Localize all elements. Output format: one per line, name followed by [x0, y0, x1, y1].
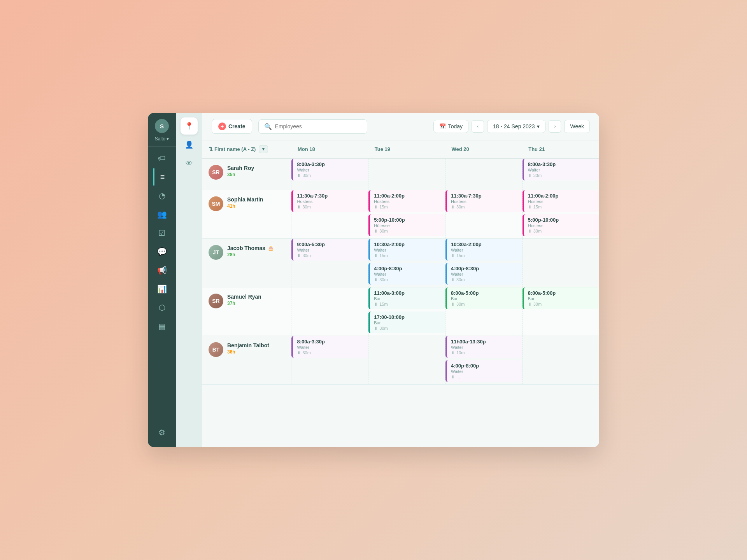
subnav-person[interactable]: 👤: [181, 136, 198, 153]
shift-time: 10:30a-2:00p: [374, 242, 441, 247]
employee-hours: 37h: [227, 301, 261, 306]
table-row: SR Samuel Ryan 37h 11:00a-3:00p: [202, 287, 599, 336]
shift-card[interactable]: 4:00p-8:00p Waiter ⏸ ...: [445, 360, 522, 382]
shift-time: 11:00a-2:00p: [374, 193, 441, 199]
shift-cell-tue: [368, 336, 445, 385]
shift-card[interactable]: 11:00a-2:00p Hostess ⏸ 15m: [368, 190, 445, 212]
shift-card[interactable]: 8:00a-3:30p Waiter ⏸ 30m: [291, 159, 368, 180]
shift-time: 11:30a-7:30p: [451, 193, 518, 199]
shift-cell-mon: 8:00a-3:30p Waiter ⏸ 30m: [291, 336, 368, 385]
shift-card[interactable]: 17:00-10:00p Bar ⏸ 30m: [368, 312, 445, 333]
birthday-icon: 🎂: [268, 245, 274, 251]
search-box[interactable]: 🔍: [258, 119, 367, 134]
shift-card[interactable]: 10:30a-2:00p Waiter ⏸ 15m: [445, 239, 522, 261]
break-icon: ⏸: [528, 229, 532, 233]
col-mon: Mon 18: [291, 140, 368, 158]
search-input[interactable]: [275, 123, 361, 130]
employee-details: Jacob Thomas 🎂 28h: [227, 245, 274, 257]
sidebar-item-billing[interactable]: ▤: [153, 318, 170, 335]
prev-week-button[interactable]: ‹: [472, 120, 484, 133]
sidebar-item-schedule[interactable]: ≡: [153, 168, 170, 186]
create-button[interactable]: + Create: [212, 119, 252, 134]
shift-card[interactable]: 8:00a-3:30p Waiter ⏸ 30m: [291, 336, 368, 358]
break-icon: ⏸: [297, 350, 301, 355]
shift-card[interactable]: 5:00p-10:00p Hostess ⏸ 30m: [523, 214, 599, 236]
break-icon: ⏸: [374, 253, 378, 258]
employee-cell: SR Sarah Roy 35h: [202, 158, 291, 190]
sort-dropdown[interactable]: ▾: [259, 145, 268, 153]
shift-card[interactable]: 11:00a-2:00p Hostess ⏸ 15m: [523, 190, 599, 212]
shift-card[interactable]: 10:30a-2:00p Waiter ⏸ 15m: [368, 239, 445, 261]
subnav-location[interactable]: 📍: [181, 117, 198, 135]
avatar: SM: [209, 196, 223, 211]
shift-card[interactable]: 8:00a-3:30p Waiter ⏸ 30m: [523, 159, 599, 180]
avatar: SR: [209, 165, 223, 180]
employee-hours: 41h: [227, 203, 263, 209]
shift-cell-thu: [522, 336, 599, 385]
toolbar: + Create 🔍 📅 Today ‹ 18 - 24 Sep 2023 ▾ …: [202, 113, 599, 140]
sidebar-item-reports[interactable]: 📊: [153, 280, 170, 298]
shift-role: Waiter: [374, 248, 441, 252]
shift-break: ⏸ 15m: [451, 253, 518, 258]
shift-role: Waiter: [297, 248, 364, 252]
shift-card[interactable]: 4:00p-8:30p Waiter ⏸ 30m: [445, 263, 522, 285]
next-week-button[interactable]: ›: [549, 120, 561, 133]
table-row: SR Sarah Roy 35h 8:00a-3:30p Waiter: [202, 158, 599, 190]
shift-role: Bar: [374, 296, 441, 301]
sidebar-item-clock[interactable]: ◔: [153, 187, 170, 204]
break-icon: ⏸: [374, 326, 378, 331]
shift-role: Hostess: [451, 199, 518, 204]
sidebar-logo[interactable]: S: [155, 119, 169, 133]
shift-cell-mon: [291, 287, 368, 336]
shift-card[interactable]: 11:30a-7:30p Hostess ⏸ 30m: [291, 190, 368, 212]
shift-cell-thu: 11:00a-2:00p Hostess ⏸ 15m 5:00p-10:00p …: [522, 190, 599, 239]
shift-card[interactable]: 11:30a-7:30p Hostess ⏸ 30m: [445, 190, 522, 212]
shift-card[interactable]: 11h30a-13:30p Waiter ⏸ 10m: [445, 336, 522, 358]
shift-card[interactable]: 4:00p-8:30p Waiter ⏸ 30m: [368, 263, 445, 285]
employee-hours: 28h: [227, 252, 274, 257]
sidebar-item-users[interactable]: 👥: [153, 206, 170, 223]
shift-cell-wed: 8:00a-5:00p Bar ⏸ 30m: [445, 287, 522, 336]
shift-role: Hostess: [297, 199, 364, 204]
break-icon: ⏸: [451, 302, 455, 306]
sort-button[interactable]: ⇅ First name (A - Z) ▾: [209, 145, 268, 153]
chevron-down-icon: ▾: [537, 123, 540, 130]
break-icon: ⏸: [297, 205, 301, 209]
break-icon: ⏸: [374, 205, 378, 209]
sidebar-item-settings[interactable]: ⚙: [153, 424, 170, 441]
sort-icon: ⇅: [209, 146, 213, 152]
shift-card[interactable]: 8:00a-5:00p Bar ⏸ 30m: [523, 287, 599, 309]
shift-role: Waiter: [528, 168, 595, 172]
shift-cell-tue: 11:00a-2:00p Hostess ⏸ 15m 5:00p-10:00p …: [368, 190, 445, 239]
sidebar-item-org[interactable]: ⬡: [153, 299, 170, 316]
sidebar-item-announcements[interactable]: 📢: [153, 262, 170, 279]
break-icon: ⏸: [451, 205, 455, 209]
shift-role: Hôtesse: [374, 223, 441, 228]
employee-cell: JT Jacob Thomas 🎂 28h: [202, 239, 291, 287]
avatar: SR: [209, 294, 223, 308]
shift-card[interactable]: 8:00a-5:00p Bar ⏸ 30m: [445, 287, 522, 309]
sidebar-item-tasks[interactable]: ☑: [153, 224, 170, 242]
break-icon: ⏸: [374, 277, 378, 282]
sidebar-item-messages[interactable]: 💬: [153, 243, 170, 260]
subnav-eye[interactable]: 👁: [181, 155, 198, 172]
plus-icon: +: [218, 122, 226, 130]
shift-break: ⏸ 30m: [528, 173, 595, 178]
main-content: + Create 🔍 📅 Today ‹ 18 - 24 Sep 2023 ▾ …: [202, 113, 599, 447]
shift-break: ⏸ 30m: [297, 350, 364, 355]
shift-role: Bar: [451, 296, 518, 301]
shift-role: Waiter: [451, 248, 518, 252]
shift-card[interactable]: 5:00p-10:00p Hôtesse ⏸ 30m: [368, 214, 445, 236]
view-toggle[interactable]: Week: [564, 120, 590, 133]
shift-break: ⏸ 30m: [451, 302, 518, 306]
avatar: BT: [209, 342, 223, 357]
shift-card[interactable]: 11:00a-3:00p Bar ⏸ 15m: [368, 287, 445, 309]
company-name[interactable]: Salto ▾: [155, 136, 169, 142]
date-range-picker[interactable]: 18 - 24 Sep 2023 ▾: [487, 120, 545, 133]
sidebar-item-tag[interactable]: 🏷: [153, 150, 170, 167]
today-button[interactable]: 📅 Today: [433, 120, 468, 133]
shift-cell-tue: 10:30a-2:00p Waiter ⏸ 15m 4:00p-8:30p Wa…: [368, 239, 445, 287]
shift-break: ⏸ 15m: [374, 205, 441, 209]
shift-card[interactable]: 9:00a-5:30p Waiter ⏸ 30m: [291, 239, 368, 261]
sub-navigation: 📍 👤 👁: [176, 113, 202, 447]
